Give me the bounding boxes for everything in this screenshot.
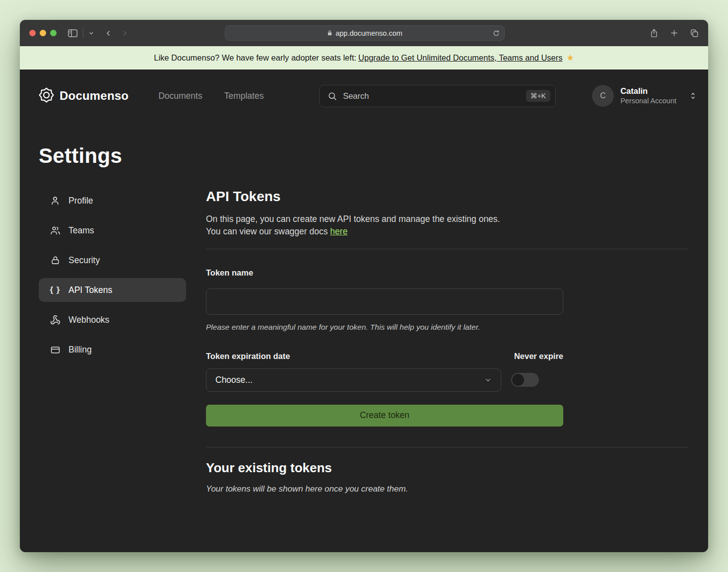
sidebar-item-label: Profile xyxy=(68,196,93,206)
upgrade-link[interactable]: Upgrade to Get Unlimited Documents, Team… xyxy=(358,53,562,63)
sidebar-item-label: Teams xyxy=(68,225,94,236)
new-tab-icon[interactable] xyxy=(670,29,678,37)
page-title: Settings xyxy=(39,144,708,168)
minimize-window-button[interactable] xyxy=(40,30,46,36)
search-input[interactable]: Search ⌘+K xyxy=(319,85,556,107)
webhook-icon xyxy=(50,315,61,325)
toolbar-divider xyxy=(83,28,83,38)
section-description-line2: You can view our swagger docs xyxy=(206,226,328,236)
sidebar-item-teams[interactable]: Teams xyxy=(39,218,186,242)
existing-tokens-empty-note: Your tokens will be shown here once you … xyxy=(206,484,689,494)
banner-text: Like Documenso? We have few early adopte… xyxy=(154,53,356,63)
nav-templates[interactable]: Templates xyxy=(224,91,264,101)
account-type: Personal Account xyxy=(620,96,676,106)
existing-tokens-heading: Your existing tokens xyxy=(206,460,689,476)
forward-button[interactable] xyxy=(121,29,129,37)
toggle-knob xyxy=(512,374,524,386)
swagger-docs-link[interactable]: here xyxy=(330,226,347,236)
divider xyxy=(206,249,689,249)
sidebar-item-label: Billing xyxy=(68,345,92,355)
braces-icon: { } xyxy=(50,285,61,295)
sidebar-item-billing[interactable]: Billing xyxy=(39,338,186,361)
lock-icon xyxy=(50,255,61,265)
sidebar-item-profile[interactable]: Profile xyxy=(39,189,186,213)
divider xyxy=(206,447,689,447)
url-text: app.documenso.com xyxy=(335,29,402,37)
share-icon[interactable] xyxy=(650,28,659,38)
browser-window: app.documenso.com xyxy=(20,20,708,552)
expiration-select[interactable]: Choose... xyxy=(206,368,501,392)
reload-icon[interactable] xyxy=(493,30,500,37)
app-page: Documenso Documents Templates Search ⌘+K… xyxy=(20,70,708,552)
nav-documents[interactable]: Documents xyxy=(158,91,202,101)
tab-overview-icon[interactable] xyxy=(690,29,699,38)
documenso-logo-icon xyxy=(39,87,54,105)
search-icon xyxy=(328,91,337,101)
sidebar-item-webhooks[interactable]: Webhooks xyxy=(39,308,186,332)
avatar: C xyxy=(592,85,614,107)
token-name-help: Please enter a meaningful name for your … xyxy=(206,323,689,332)
expiration-selected-value: Choose... xyxy=(215,375,253,385)
settings-sidebar: Profile Teams Security { } API Token xyxy=(39,189,186,494)
upgrade-banner: Like Documenso? We have few early adopte… xyxy=(20,46,708,70)
section-description-line1: On this page, you can create new API tok… xyxy=(206,214,500,224)
user-icon xyxy=(50,196,61,206)
app-header: Documenso Documents Templates Search ⌘+K… xyxy=(20,70,708,122)
sidebar-item-api-tokens[interactable]: { } API Tokens xyxy=(39,278,186,302)
sidebar-item-label: Security xyxy=(68,255,100,266)
browser-toolbar: app.documenso.com xyxy=(20,20,708,46)
sidebar-item-security[interactable]: Security xyxy=(39,248,186,272)
account-name: Catalin xyxy=(620,86,676,96)
section-heading: API Tokens xyxy=(206,189,689,205)
sidebar-item-label: Webhooks xyxy=(68,315,109,325)
zoom-window-button[interactable] xyxy=(50,30,57,36)
expiration-label: Token expiration date xyxy=(206,352,290,361)
window-controls xyxy=(29,30,57,36)
credit-card-icon xyxy=(50,345,61,355)
token-name-input[interactable] xyxy=(206,288,563,315)
back-button[interactable] xyxy=(104,29,112,37)
chevron-down-icon xyxy=(484,376,492,384)
never-expire-toggle[interactable] xyxy=(511,373,539,387)
close-window-button[interactable] xyxy=(29,30,36,36)
api-tokens-panel: API Tokens On this page, you can create … xyxy=(206,189,689,494)
tab-group-chevron-icon[interactable] xyxy=(88,30,94,36)
star-icon: ★ xyxy=(567,53,574,63)
address-bar[interactable]: app.documenso.com xyxy=(225,25,505,41)
main-nav: Documents Templates xyxy=(158,91,264,101)
token-name-label: Token name xyxy=(206,268,253,277)
account-menu[interactable]: C Catalin Personal Account xyxy=(592,85,697,107)
sidebar-toggle-icon[interactable] xyxy=(67,29,78,38)
create-token-button[interactable]: Create token xyxy=(206,405,563,427)
chevrons-up-down-icon xyxy=(689,91,697,101)
brand-name: Documenso xyxy=(60,89,129,103)
brand[interactable]: Documenso xyxy=(39,87,129,105)
search-shortcut-badge: ⌘+K xyxy=(526,90,551,102)
never-expire-label: Never expire xyxy=(514,352,563,361)
sidebar-item-label: API Tokens xyxy=(68,285,112,295)
users-icon xyxy=(50,225,61,235)
lock-icon xyxy=(327,30,332,36)
search-placeholder: Search xyxy=(343,91,369,101)
